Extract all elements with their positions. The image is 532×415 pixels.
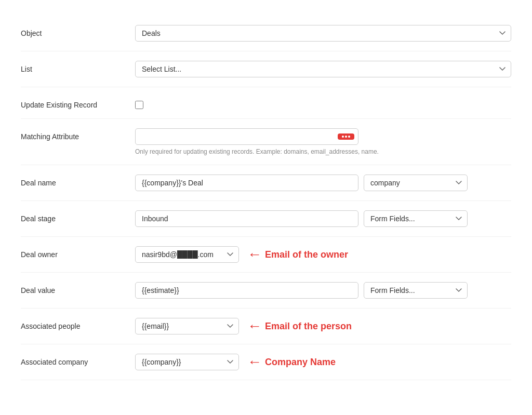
- associated-people-row: Associated people {{email}} ← Email of t…: [21, 309, 511, 344]
- deal-owner-arrow-icon: ←: [247, 247, 262, 262]
- deal-stage-control: Inbound Form Fields... Field 1 Field 2: [135, 210, 511, 227]
- dot-2: [345, 136, 347, 138]
- deal-stage-label: Deal stage: [21, 210, 135, 223]
- deal-name-control: company contact email: [135, 175, 511, 191]
- deal-stage-select[interactable]: Form Fields... Field 1 Field 2: [364, 210, 468, 227]
- associated-people-select[interactable]: {{email}}: [135, 318, 239, 334]
- associated-company-row: Associated company {{company}} ← Company…: [21, 344, 511, 380]
- list-select[interactable]: Select List... List 1 List 2: [135, 61, 511, 77]
- update-existing-checkbox[interactable]: [135, 101, 143, 109]
- list-label: List: [21, 61, 135, 73]
- deal-name-input[interactable]: [135, 175, 358, 191]
- matching-input-wrapper: [135, 128, 358, 145]
- associated-company-row-inner: {{company}} ← Company Name: [135, 354, 511, 370]
- associated-company-label: Associated company: [21, 354, 135, 366]
- list-row: List Select List... List 1 List 2: [21, 51, 511, 87]
- main-container: Object Deals Contacts Companies List Sel…: [0, 0, 532, 415]
- matching-attribute-input[interactable]: [135, 128, 358, 145]
- dot-1: [342, 136, 344, 138]
- deal-name-row: Deal name company contact email: [21, 165, 511, 201]
- deal-name-inline: company contact email: [135, 175, 511, 191]
- matching-attribute-dots-button[interactable]: [338, 133, 354, 140]
- deal-stage-input[interactable]: Inbound: [135, 210, 358, 227]
- deal-owner-select[interactable]: nasir9bd@████.com: [135, 246, 239, 263]
- deal-stage-row: Deal stage Inbound Form Fields... Field …: [21, 201, 511, 237]
- object-label: Object: [21, 25, 135, 37]
- update-existing-label: Update Existing Record: [21, 97, 135, 109]
- deal-stage-inline: Inbound Form Fields... Field 1 Field 2: [135, 210, 511, 227]
- deal-owner-annotation-text: Email of the owner: [265, 249, 348, 260]
- deal-value-row: Deal value {{estimate}} Form Fields... F…: [21, 273, 511, 309]
- update-existing-control: [135, 97, 511, 109]
- matching-attribute-hint: Only required for updating existing reco…: [135, 148, 511, 155]
- associated-company-arrow-icon: ←: [247, 355, 262, 369]
- deal-name-label: Deal name: [21, 175, 135, 187]
- associated-company-select[interactable]: {{company}}: [135, 354, 239, 370]
- object-select[interactable]: Deals Contacts Companies: [135, 25, 511, 42]
- dot-3: [348, 136, 350, 138]
- update-existing-row: Update Existing Record: [21, 87, 511, 119]
- deal-owner-annotation: ← Email of the owner: [247, 247, 348, 262]
- associated-people-label: Associated people: [21, 318, 135, 330]
- associated-people-row-inner: {{email}} ← Email of the person: [135, 318, 511, 334]
- deal-owner-control: nasir9bd@████.com ← Email of the owner: [135, 246, 511, 263]
- deal-value-label: Deal value: [21, 282, 135, 294]
- matching-attribute-control: Only required for updating existing reco…: [135, 128, 511, 155]
- deal-value-inline: {{estimate}} Form Fields... Field 1: [135, 282, 511, 299]
- matching-attribute-label: Matching Attribute: [21, 128, 135, 141]
- deal-value-input[interactable]: {{estimate}}: [135, 282, 358, 299]
- deal-owner-label: Deal owner: [21, 246, 135, 259]
- associated-people-arrow-icon: ←: [247, 319, 262, 333]
- deal-value-control: {{estimate}} Form Fields... Field 1: [135, 282, 511, 299]
- associated-people-control: {{email}} ← Email of the person: [135, 318, 511, 334]
- list-control: Select List... List 1 List 2: [135, 61, 511, 77]
- deal-value-select[interactable]: Form Fields... Field 1: [364, 282, 468, 299]
- deal-owner-row: Deal owner nasir9bd@████.com ← Email of …: [21, 237, 511, 273]
- associated-company-control: {{company}} ← Company Name: [135, 354, 511, 370]
- associated-people-annotation: ← Email of the person: [247, 319, 352, 333]
- deal-owner-row-inner: nasir9bd@████.com ← Email of the owner: [135, 246, 511, 263]
- associated-company-annotation: ← Company Name: [247, 355, 336, 369]
- deal-name-select[interactable]: company contact email: [364, 175, 468, 191]
- associated-people-annotation-text: Email of the person: [265, 321, 352, 332]
- object-row: Object Deals Contacts Companies: [21, 16, 511, 51]
- object-control: Deals Contacts Companies: [135, 25, 511, 42]
- matching-attribute-row: Matching Attribute Only required for upd…: [21, 119, 511, 165]
- associated-company-annotation-text: Company Name: [265, 357, 336, 368]
